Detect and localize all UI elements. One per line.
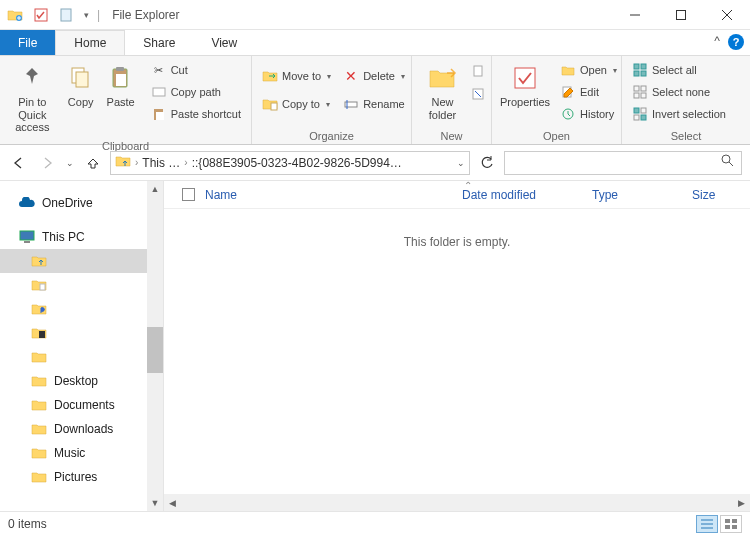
rename-icon: [343, 96, 359, 112]
ribbon: Pin to Quick access Copy Paste ✂Cut Copy…: [0, 55, 750, 145]
tree-item-documents[interactable]: Documents: [0, 393, 163, 417]
breadcrumb-guid[interactable]: ::{088E3905-0323-4B02-9826-5D994…: [192, 156, 402, 170]
folder-icon: [30, 445, 48, 461]
search-input[interactable]: [504, 151, 742, 175]
history-button[interactable]: History: [556, 104, 621, 124]
select-none-button[interactable]: Select none: [628, 82, 730, 102]
scroll-down-icon[interactable]: ▼: [147, 495, 163, 511]
tree-item[interactable]: [0, 297, 163, 321]
scroll-left-icon[interactable]: ◀: [164, 498, 181, 508]
qat-properties-icon[interactable]: [32, 6, 50, 24]
new-folder-button[interactable]: New folder: [418, 60, 467, 123]
tree-scrollbar[interactable]: ▲ ▼: [147, 181, 163, 511]
pin-to-quick-access-button[interactable]: Pin to Quick access: [6, 60, 59, 136]
chevron-right-icon[interactable]: ›: [184, 157, 187, 168]
scroll-up-icon[interactable]: ▲: [147, 181, 163, 197]
select-all-button[interactable]: Select all: [628, 60, 730, 80]
folder-icon: [30, 397, 48, 413]
tab-home[interactable]: Home: [55, 30, 125, 55]
maximize-button[interactable]: [658, 0, 704, 30]
scroll-right-icon[interactable]: ▶: [733, 498, 750, 508]
tree-item[interactable]: [0, 273, 163, 297]
easy-access-icon[interactable]: [471, 87, 485, 104]
tab-view[interactable]: View: [193, 30, 255, 55]
svg-rect-47: [732, 525, 737, 529]
empty-folder-message: This folder is empty.: [164, 235, 750, 249]
icons-view-button[interactable]: [720, 515, 742, 533]
close-button[interactable]: [704, 0, 750, 30]
tree-item[interactable]: [0, 345, 163, 369]
folder-icon: [30, 301, 48, 317]
tree-item[interactable]: [0, 321, 163, 345]
cut-button[interactable]: ✂Cut: [147, 60, 245, 80]
tree-item-selected-folder[interactable]: [0, 249, 163, 273]
column-name[interactable]: Name: [174, 188, 454, 202]
up-button[interactable]: [82, 152, 104, 174]
tree-item-thispc[interactable]: This PC: [0, 225, 163, 249]
svg-rect-10: [116, 67, 124, 71]
qat-dropdown-icon[interactable]: ▾: [84, 10, 89, 20]
copy-path-icon: [151, 84, 167, 100]
pin-icon: [16, 62, 48, 94]
column-size[interactable]: Size: [684, 188, 723, 202]
svg-rect-30: [641, 93, 646, 98]
group-select-label: Select: [622, 130, 750, 144]
open-icon: [560, 62, 576, 78]
select-all-checkbox[interactable]: [182, 188, 195, 201]
content-area: OneDrive This PC Desktop Documents Downl…: [0, 181, 750, 511]
column-type[interactable]: Type: [584, 188, 684, 202]
properties-button[interactable]: Properties: [498, 60, 552, 111]
tab-share[interactable]: Share: [125, 30, 193, 55]
copy-path-button[interactable]: Copy path: [147, 82, 245, 102]
recent-dropdown[interactable]: ⌄: [64, 152, 76, 174]
svg-rect-23: [634, 64, 639, 69]
breadcrumb-thispc[interactable]: This …: [142, 156, 180, 170]
tree-item-downloads[interactable]: Downloads: [0, 417, 163, 441]
navigation-tree[interactable]: OneDrive This PC Desktop Documents Downl…: [0, 181, 164, 511]
copy-button[interactable]: Copy: [63, 60, 99, 111]
horizontal-scrollbar[interactable]: ◀ ▶: [164, 494, 750, 511]
scroll-thumb[interactable]: [147, 327, 163, 373]
paste-button[interactable]: Paste: [103, 60, 139, 111]
svg-rect-24: [641, 64, 646, 69]
svg-rect-32: [641, 108, 646, 113]
copy-to-icon: [262, 96, 278, 112]
column-date[interactable]: Date modified: [454, 188, 584, 202]
refresh-button[interactable]: [476, 156, 498, 170]
window-title: File Explorer: [112, 8, 179, 22]
rename-button[interactable]: Rename: [339, 94, 409, 114]
qat-newfolder-icon[interactable]: [58, 6, 76, 24]
delete-button[interactable]: ✕Delete: [339, 66, 409, 86]
forward-button[interactable]: [36, 152, 58, 174]
tree-item-music[interactable]: Music: [0, 441, 163, 465]
select-none-icon: [632, 84, 648, 100]
ribbon-collapse-icon[interactable]: ^: [714, 34, 720, 48]
address-bar[interactable]: › This … › ::{088E3905-0323-4B02-9826-5D…: [110, 151, 470, 175]
tab-file[interactable]: File: [0, 30, 55, 55]
open-button[interactable]: Open: [556, 60, 621, 80]
tree-item-pictures[interactable]: Pictures: [0, 465, 163, 489]
tree-item-onedrive[interactable]: OneDrive: [0, 191, 163, 215]
invert-selection-button[interactable]: Invert selection: [628, 104, 730, 124]
minimize-button[interactable]: [612, 0, 658, 30]
new-item-icon[interactable]: [471, 64, 485, 81]
copy-icon: [65, 62, 97, 94]
paste-shortcut-button[interactable]: Paste shortcut: [147, 104, 245, 124]
history-icon: [560, 106, 576, 122]
move-to-button[interactable]: Move to: [258, 66, 335, 86]
copy-to-button[interactable]: Copy to: [258, 94, 335, 114]
details-view-button[interactable]: [696, 515, 718, 533]
tree-item-desktop[interactable]: Desktop: [0, 369, 163, 393]
back-button[interactable]: [8, 152, 30, 174]
address-dropdown-icon[interactable]: ⌄: [457, 158, 465, 168]
edit-button[interactable]: Edit: [556, 82, 621, 102]
folder-icon: [30, 253, 48, 269]
chevron-right-icon[interactable]: ›: [135, 157, 138, 168]
svg-rect-15: [271, 103, 277, 110]
svg-rect-29: [634, 93, 639, 98]
svg-rect-33: [634, 115, 639, 120]
file-list-area[interactable]: ⌃ Name Date modified Type Size This fold…: [164, 181, 750, 511]
svg-rect-45: [732, 519, 737, 523]
svg-rect-20: [515, 68, 535, 88]
help-icon[interactable]: ?: [728, 34, 744, 50]
